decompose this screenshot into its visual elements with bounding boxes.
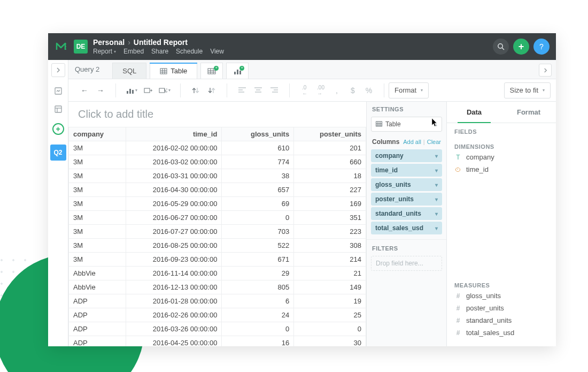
table-cell[interactable]: ADP: [69, 336, 126, 347]
insert-row-button[interactable]: [141, 83, 156, 98]
table-cell[interactable]: 2016-02-02 00:00:00: [126, 141, 222, 155]
table-cell[interactable]: 657: [222, 183, 294, 197]
table-cell[interactable]: 2016-05-29 00:00:00: [126, 197, 222, 211]
fields-tab-format[interactable]: Format: [501, 102, 556, 123]
column-pill[interactable]: time_id▾: [371, 164, 442, 177]
align-center-button[interactable]: [251, 83, 266, 98]
breadcrumb-report-title[interactable]: Untitled Report: [134, 38, 188, 47]
table-cell[interactable]: 805: [222, 280, 294, 294]
rail-layout-icon[interactable]: [54, 105, 63, 113]
table-row[interactable]: 3M2016-04-30 00:00:00657227: [69, 183, 366, 197]
table-cell[interactable]: 3M: [69, 211, 126, 225]
table-cell[interactable]: ADP: [69, 308, 126, 322]
table-cell[interactable]: 3M: [69, 225, 126, 239]
table-cell[interactable]: 2016-07-27 00:00:00: [126, 225, 222, 239]
table-cell[interactable]: 21: [294, 267, 366, 280]
table-cell[interactable]: 610: [222, 141, 294, 155]
table-cell[interactable]: 0: [222, 322, 294, 336]
thousands-separator-button[interactable]: ,: [329, 83, 344, 98]
menu-view[interactable]: View: [210, 48, 224, 55]
table-cell[interactable]: 24: [222, 308, 294, 322]
table-cell[interactable]: 25: [294, 308, 366, 322]
table-cell[interactable]: 351: [294, 211, 366, 225]
sort-asc-button[interactable]: [188, 83, 203, 98]
insert-chart-button[interactable]: ▾: [123, 83, 140, 98]
column-pill[interactable]: standard_units▾: [371, 207, 442, 220]
rail-expand-button[interactable]: [51, 63, 65, 77]
table-cell[interactable]: 522: [222, 239, 294, 253]
table-cell[interactable]: 3M: [69, 155, 126, 169]
clear-link[interactable]: Clear: [427, 139, 441, 145]
table-row[interactable]: 3M2016-07-27 00:00:00703223: [69, 225, 366, 239]
app-logo[interactable]: [55, 40, 67, 53]
table-cell[interactable]: 3M: [69, 253, 126, 267]
table-row[interactable]: ADP2016-04-25 00:00:001630: [69, 336, 366, 347]
table-row[interactable]: 3M2016-08-25 00:00:00522308: [69, 239, 366, 253]
table-cell[interactable]: 2016-03-02 00:00:00: [126, 155, 222, 169]
insert-column-button[interactable]: ▾: [157, 83, 173, 98]
table-cell[interactable]: AbbVie: [69, 280, 126, 294]
undo-button[interactable]: ←: [77, 83, 92, 98]
menu-report[interactable]: Report▾: [93, 48, 116, 55]
table-cell[interactable]: 2016-03-26 00:00:00: [126, 322, 222, 336]
table-cell[interactable]: 2016-11-14 00:00:00: [126, 267, 222, 280]
table-cell[interactable]: 2016-02-26 00:00:00: [126, 308, 222, 322]
table-cell[interactable]: 30: [294, 336, 366, 347]
fields-tab-data[interactable]: Data: [447, 102, 501, 123]
table-cell[interactable]: 16: [222, 336, 294, 347]
table-row[interactable]: ADP2016-02-26 00:00:002425: [69, 308, 366, 322]
table-cell[interactable]: 3M: [69, 197, 126, 211]
add-all-link[interactable]: Add all: [403, 139, 421, 145]
filters-dropzone[interactable]: Drop field here...: [371, 256, 442, 271]
table-cell[interactable]: 214: [294, 253, 366, 267]
menu-embed[interactable]: Embed: [123, 48, 144, 55]
table-cell[interactable]: 69: [222, 197, 294, 211]
currency-button[interactable]: $: [345, 83, 360, 98]
rail-query-badge[interactable]: Q2: [50, 145, 66, 161]
add-button[interactable]: +: [513, 39, 529, 55]
table-row[interactable]: 3M2016-03-31 00:00:003818: [69, 169, 366, 183]
format-dropdown[interactable]: Format▾: [389, 82, 429, 98]
column-pill[interactable]: total_sales_usd▾: [371, 222, 442, 234]
table-row[interactable]: AbbVie2016-12-13 00:00:00805149: [69, 280, 366, 294]
table-cell[interactable]: 29: [222, 267, 294, 280]
table-cell[interactable]: 223: [294, 225, 366, 239]
workspace-badge[interactable]: DE: [74, 40, 88, 54]
table-cell[interactable]: 2016-03-31 00:00:00: [126, 169, 222, 183]
percent-button[interactable]: %: [361, 83, 376, 98]
dimension-field[interactable]: Tcompany: [447, 151, 556, 163]
table-cell[interactable]: 38: [222, 169, 294, 183]
measure-field[interactable]: #gloss_units: [447, 290, 556, 302]
table-cell[interactable]: 671: [222, 253, 294, 267]
table-cell[interactable]: 3M: [69, 239, 126, 253]
table-cell[interactable]: 660: [294, 155, 366, 169]
table-cell[interactable]: 2016-09-23 00:00:00: [126, 253, 222, 267]
table-cell[interactable]: 149: [294, 280, 366, 294]
col-header-company[interactable]: company: [69, 127, 126, 141]
table-cell[interactable]: 308: [294, 239, 366, 253]
table-cell[interactable]: 3M: [69, 141, 126, 155]
table-cell[interactable]: ADP: [69, 294, 126, 308]
column-pill[interactable]: poster_units▾: [371, 193, 442, 206]
table-cell[interactable]: AbbVie: [69, 267, 126, 280]
table-row[interactable]: AbbVie2016-11-14 00:00:002921: [69, 267, 366, 280]
table-row[interactable]: ADP2016-03-26 00:00:0000: [69, 322, 366, 336]
tab-table[interactable]: Table: [150, 63, 197, 79]
table-cell[interactable]: 2016-08-25 00:00:00: [126, 239, 222, 253]
table-cell[interactable]: 0: [222, 211, 294, 225]
panel-collapse-button[interactable]: [539, 64, 552, 77]
breadcrumb-workspace[interactable]: Personal: [93, 38, 125, 47]
menu-schedule[interactable]: Schedule: [176, 48, 203, 55]
dimension-field[interactable]: ⏲time_id: [447, 163, 556, 176]
table-row[interactable]: 3M2016-02-02 00:00:00610201: [69, 141, 366, 155]
align-left-button[interactable]: [235, 83, 250, 98]
sort-desc-button[interactable]: [204, 83, 219, 98]
table-cell[interactable]: 774: [222, 155, 294, 169]
table-cell[interactable]: 3M: [69, 183, 126, 197]
column-pill[interactable]: gloss_units▾: [371, 178, 442, 191]
measure-field[interactable]: #poster_units: [447, 302, 556, 314]
rail-add-query-button[interactable]: +: [52, 123, 64, 135]
column-pill[interactable]: company▾: [371, 149, 442, 162]
table-cell[interactable]: 2016-04-25 00:00:00: [126, 336, 222, 347]
increase-decimals-button[interactable]: .00→: [313, 83, 328, 98]
